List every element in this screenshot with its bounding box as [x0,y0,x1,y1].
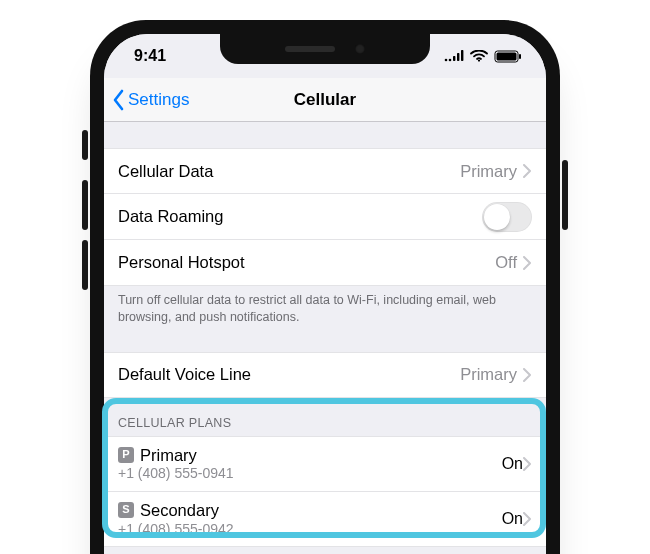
screen: 9:41 [104,34,546,554]
svg-point-1 [449,59,452,62]
plan-badge-icon: P [118,447,134,463]
row-value: Primary [460,365,517,384]
toggle-knob [484,204,510,230]
plan-number: +1 (408) 555-0941 [118,465,502,483]
svg-rect-7 [497,52,517,60]
chevron-right-icon [523,512,532,526]
status-time: 9:41 [134,47,166,65]
row-value: Off [495,253,517,272]
side-button-mute [82,130,88,160]
chevron-left-icon [112,89,126,111]
notch [220,34,430,64]
side-button-vol-down [82,240,88,290]
cellular-data-footer: Turn off cellular data to restrict all d… [104,286,546,326]
wifi-icon [470,50,488,62]
chevron-right-icon [523,164,532,178]
plan-row-secondary[interactable]: S Secondary +1 (408) 555-0942 On [104,492,546,547]
section-header-cellular-plans: CELLULAR PLANS [104,398,546,436]
svg-rect-3 [457,53,459,61]
stage: 9:41 [0,0,650,554]
svg-point-5 [478,60,480,62]
svg-point-0 [445,59,448,62]
row-data-roaming[interactable]: Data Roaming [104,194,546,240]
plan-number: +1 (408) 555-0942 [118,521,502,539]
plan-status: On [502,510,523,528]
page-title: Cellular [294,90,356,110]
cellular-signal-icon [444,50,464,62]
plan-badge-icon: S [118,502,134,518]
data-roaming-toggle[interactable] [482,202,532,232]
back-button[interactable]: Settings [112,78,189,121]
battery-icon [494,50,522,63]
navbar: Settings Cellular [104,78,546,122]
svg-rect-4 [461,50,463,61]
row-label: Data Roaming [118,207,482,226]
side-button-vol-up [82,180,88,230]
row-label: Default Voice Line [118,365,460,384]
row-cellular-data[interactable]: Cellular Data Primary [104,148,546,194]
row-value: Primary [460,162,517,181]
svg-rect-8 [519,54,521,59]
status-icons [444,50,522,63]
chevron-right-icon [523,457,532,471]
front-camera [355,44,365,54]
row-label: Personal Hotspot [118,253,495,272]
plan-name: Primary [140,445,197,466]
chevron-right-icon [523,368,532,382]
row-default-voice-line[interactable]: Default Voice Line Primary [104,352,546,398]
plan-status: On [502,455,523,473]
plan-name: Secondary [140,500,219,521]
side-button-power [562,160,568,230]
back-label: Settings [128,90,189,110]
row-personal-hotspot[interactable]: Personal Hotspot Off [104,240,546,286]
row-label: Cellular Data [118,162,460,181]
speaker-grille [285,46,335,52]
plan-row-primary[interactable]: P Primary +1 (408) 555-0941 On [104,436,546,492]
phone-frame: 9:41 [90,20,560,554]
svg-rect-2 [453,56,455,61]
chevron-right-icon [523,256,532,270]
